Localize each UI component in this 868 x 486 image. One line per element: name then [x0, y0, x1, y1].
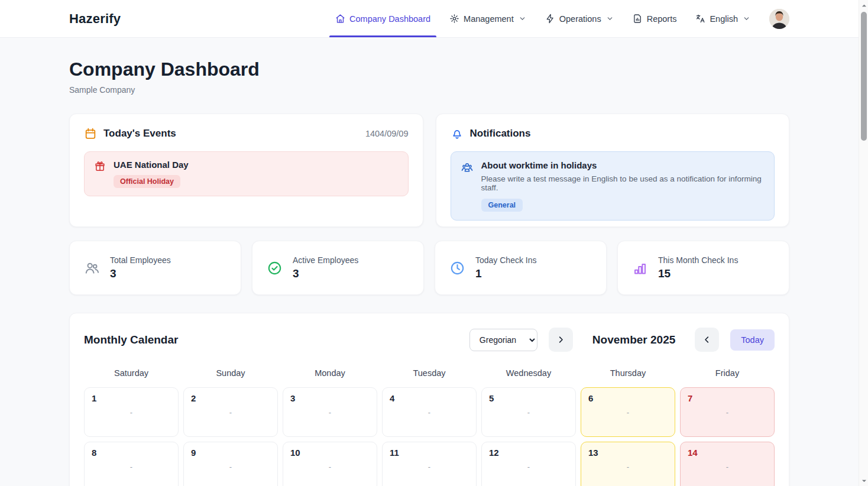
next-month-button[interactable]: [549, 328, 573, 352]
check-circle-icon: [267, 260, 283, 276]
day-number: 14: [688, 448, 698, 458]
app-header: Hazerify Company Dashboard Management: [0, 0, 859, 38]
gift-icon: [94, 160, 106, 172]
card-title: Notifications: [470, 128, 531, 140]
event-badge: Official Holiday: [114, 175, 180, 188]
clock-icon: [449, 260, 465, 276]
day-number: 6: [588, 393, 593, 403]
scrollbar-track[interactable]: [859, 0, 868, 486]
calendar-day-cell-thursday[interactable]: 6-: [581, 387, 675, 437]
day-note: -: [329, 462, 331, 471]
calendar-title: Monthly Calendar: [84, 333, 178, 346]
event-name: UAE National Day: [114, 160, 189, 170]
day-number: 3: [290, 393, 295, 403]
day-note: -: [428, 408, 430, 417]
calendar-day-cell[interactable]: 1-: [84, 387, 179, 437]
notification-badge: General: [481, 199, 523, 212]
nav-item-company-dashboard[interactable]: Company Dashboard: [335, 0, 430, 37]
today-button[interactable]: Today: [730, 329, 775, 351]
day-note: -: [726, 408, 728, 417]
event-item[interactable]: UAE National Day Official Holiday: [84, 151, 409, 196]
day-note: -: [527, 462, 530, 471]
user-avatar[interactable]: [769, 9, 789, 29]
users-icon: [84, 260, 100, 276]
nav-label: Management: [464, 14, 514, 24]
calendar-day-cell[interactable]: 10-: [283, 442, 377, 486]
stat-value: 1: [475, 267, 537, 280]
nav-item-language[interactable]: English: [695, 0, 750, 37]
previous-month-button[interactable]: [695, 328, 719, 352]
nav-item-reports[interactable]: Reports: [633, 0, 677, 37]
chevron-down-icon: [519, 15, 526, 22]
day-number: 8: [92, 448, 96, 458]
stat-label: Today Check Ins: [475, 255, 537, 265]
calendar-day-cell[interactable]: 9-: [183, 442, 278, 486]
scroll-down-icon: [861, 478, 867, 484]
calendar-month-label: November 2025: [584, 333, 684, 346]
day-number: 11: [390, 448, 399, 458]
day-note: -: [726, 462, 728, 471]
stat-today-checkins: Today Check Ins 1: [435, 241, 607, 295]
staff-group-icon: [461, 161, 474, 174]
day-number: 7: [688, 393, 692, 403]
scroll-up-button[interactable]: [859, 1, 868, 10]
nav-item-operations[interactable]: Operations: [545, 0, 614, 37]
calendar-day-cell-friday[interactable]: 7-: [680, 387, 775, 437]
calendar-day-cell[interactable]: 5-: [481, 387, 576, 437]
bar-chart-icon: [632, 260, 648, 276]
day-note: -: [130, 462, 132, 471]
day-number: 9: [191, 448, 196, 458]
calendar-day-headers: Saturday Sunday Monday Tuesday Wednesday…: [84, 368, 775, 378]
brand-logo: Hazerify: [69, 11, 121, 27]
notification-message: Please write a test message in English t…: [481, 174, 765, 192]
chevron-right-icon: [556, 335, 565, 344]
scroll-down-button[interactable]: [859, 476, 868, 485]
stat-label: Total Employees: [110, 255, 171, 265]
day-header-thursday: Thursday: [581, 368, 675, 378]
calendar-day-cell[interactable]: 3-: [283, 387, 377, 437]
chevron-left-icon: [702, 335, 711, 344]
page-title: Company Dashboard: [69, 59, 789, 80]
calendar-type-select[interactable]: Gregorian: [469, 329, 537, 351]
calendar-day-cell-thursday[interactable]: 13-: [581, 442, 675, 486]
calendar-day-cell[interactable]: 12-: [481, 442, 576, 486]
day-number: 10: [290, 448, 300, 458]
calendar-day-cell-friday[interactable]: 14-: [680, 442, 775, 486]
day-header-wednesday: Wednesday: [481, 368, 576, 378]
lightning-icon: [545, 14, 555, 24]
day-header-tuesday: Tuesday: [382, 368, 477, 378]
day-header-friday: Friday: [680, 368, 775, 378]
chevron-down-icon: [606, 15, 614, 22]
chevron-down-icon: [743, 15, 750, 22]
day-note: -: [627, 462, 629, 471]
stat-active-employees: Active Employees 3: [252, 241, 424, 295]
monthly-calendar-card: Monthly Calendar Gregorian November 2025…: [69, 313, 789, 486]
home-icon: [335, 14, 345, 24]
card-title: Today's Events: [103, 128, 176, 140]
avatar-image: [769, 9, 789, 29]
stat-label: This Month Check Ins: [658, 255, 738, 265]
page: Hazerify Company Dashboard Management: [0, 0, 859, 486]
day-header-sunday: Sunday: [183, 368, 278, 378]
report-icon: [633, 14, 643, 24]
day-note: -: [627, 408, 629, 417]
main-nav: Company Dashboard Management Operations: [335, 0, 750, 37]
stat-month-checkins: This Month Check Ins 15: [617, 241, 789, 295]
stat-value: 3: [293, 267, 358, 280]
translate-icon: [695, 14, 705, 24]
day-header-monday: Monday: [283, 368, 377, 378]
calendar-day-cell[interactable]: 2-: [183, 387, 278, 437]
calendar-day-cell[interactable]: 8-: [84, 442, 179, 486]
day-number: 2: [191, 393, 196, 403]
notification-item[interactable]: About worktime in holidays Please write …: [451, 151, 775, 221]
calendar-day-cell[interactable]: 4-: [382, 387, 477, 437]
nav-label: Company Dashboard: [349, 14, 430, 24]
scroll-up-icon: [861, 3, 867, 8]
scrollbar-thumb[interactable]: [861, 12, 867, 141]
day-note: -: [527, 408, 530, 417]
bell-icon: [451, 127, 464, 140]
nav-label: Operations: [559, 14, 601, 24]
nav-item-management[interactable]: Management: [449, 0, 526, 37]
calendar-day-cell[interactable]: 11-: [382, 442, 477, 486]
day-number: 4: [390, 393, 394, 403]
